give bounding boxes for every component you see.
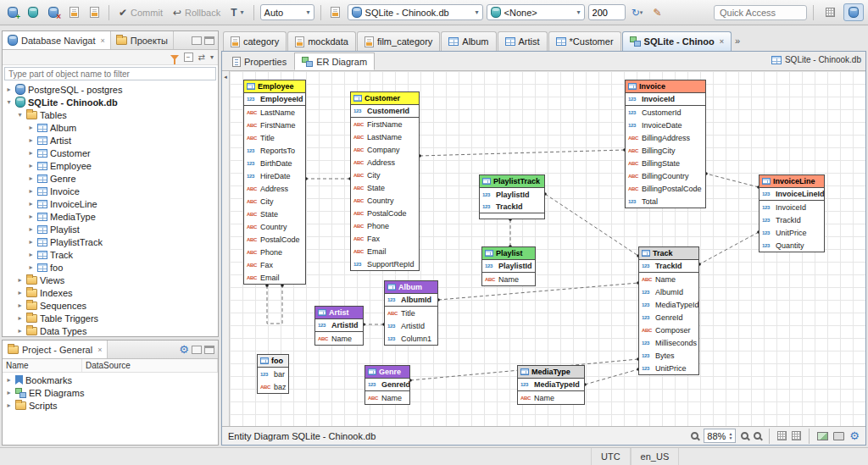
tree-expander[interactable]: ▸ <box>27 187 35 195</box>
entity-artist[interactable]: Artist123ArtistIdABCName <box>314 306 364 346</box>
entity-column-genreid[interactable]: 123GenreId <box>365 379 409 391</box>
project-item-bookmarks[interactable]: ▸Bookmarks <box>3 374 218 386</box>
entity-column-quantity[interactable]: 123Quantity <box>760 239 824 252</box>
entity-column-fax[interactable]: ABCFax <box>244 258 305 271</box>
editor-tab-artist[interactable]: Artist <box>498 31 548 51</box>
entity-column-baz[interactable]: ABCbaz <box>258 380 288 393</box>
zoom-in-icon[interactable] <box>741 432 748 440</box>
tree-item-sqlite-chinook-db[interactable]: ▾SQLite - Chinook.db <box>3 96 218 108</box>
relation-invoice-customer[interactable] <box>420 150 625 156</box>
entity-mediatype[interactable]: MediaType123MediaTypeIdABCName <box>517 365 585 405</box>
tab-close-icon[interactable]: × <box>720 37 724 46</box>
entity-column-billingcountry[interactable]: ABCBillingCountry <box>626 169 705 182</box>
print-icon[interactable] <box>833 432 844 440</box>
open-perspective-icon[interactable] <box>820 3 840 21</box>
tree-item-playlisttrack[interactable]: ▸PlaylistTrack <box>3 235 218 248</box>
tree-item-mediatype[interactable]: ▸MediaType <box>3 210 218 223</box>
entity-column-milliseconds[interactable]: 123Milliseconds <box>639 336 698 349</box>
entity-column-billingstate[interactable]: ABCBillingState <box>626 157 705 169</box>
tree-expander[interactable]: ▸ <box>27 124 35 131</box>
auto-refresh-icon[interactable]: ↻▾ <box>629 4 646 21</box>
entity-column-unitprice[interactable]: 123UnitPrice <box>639 362 698 374</box>
tree-expander[interactable]: ▸ <box>27 251 35 258</box>
entity-column-name[interactable]: ABCName <box>315 332 363 345</box>
minimize-icon[interactable] <box>192 36 202 45</box>
entity-column-email[interactable]: ABCEmail <box>351 245 419 257</box>
entity-column-country[interactable]: ABCCountry <box>244 220 305 233</box>
tree-item-postgresql-postgres[interactable]: ▸PostgreSQL - postgres <box>3 83 218 96</box>
entity-column-bar[interactable]: 123bar <box>258 368 288 380</box>
entity-column-artistid[interactable]: 123ArtistId <box>315 319 363 332</box>
tree-item-indexes[interactable]: ▸Indexes <box>3 286 218 299</box>
collapse-all-icon[interactable]: − <box>184 53 193 62</box>
tree-expander[interactable]: ▸ <box>5 376 13 384</box>
entity-column-invoiceid[interactable]: 123InvoiceId <box>626 93 705 106</box>
tree-item-views[interactable]: ▸Views <box>3 274 218 286</box>
entity-column-trackid[interactable]: 123TrackId <box>639 260 698 273</box>
timezone-indicator[interactable]: UTC <box>591 448 631 465</box>
entity-column-mediatypeid[interactable]: 123MediaTypeId <box>639 298 698 311</box>
entity-column-firstname[interactable]: ABCFirstName <box>351 118 419 130</box>
locale-indicator[interactable]: en_US <box>631 448 680 465</box>
tree-item-artist[interactable]: ▸Artist <box>3 134 218 147</box>
entity-column-employeeid[interactable]: 123EmployeeId <box>244 93 305 106</box>
editor-tab-category[interactable]: category <box>223 31 287 51</box>
entity-column-invoicedate[interactable]: 123InvoiceDate <box>626 119 705 131</box>
entity-column-mediatypeid[interactable]: 123MediaTypeId <box>518 379 584 391</box>
relation-employee-self[interactable] <box>267 285 282 324</box>
editor-tab-sqlite-chinoo[interactable]: SQLite - Chinoo× <box>622 31 732 51</box>
tree-item-invoiceline[interactable]: ▸InvoiceLine <box>3 197 218 210</box>
tree-expander[interactable]: ▸ <box>16 276 24 284</box>
entity-foo[interactable]: foo123barABCbaz <box>257 354 289 394</box>
entity-column-genreid[interactable]: 123GenreId <box>639 311 698 324</box>
tree-item-sequences[interactable]: ▸Sequences <box>3 299 218 312</box>
transaction-mode-button[interactable]: T ▾ <box>227 5 247 20</box>
entity-column-email[interactable]: ABCEmail <box>244 271 305 284</box>
maximize-icon[interactable] <box>204 346 214 354</box>
entity-column-artistid[interactable]: 123ArtistId <box>385 319 437 332</box>
entity-column-playlistid[interactable]: 123PlaylistId <box>480 188 544 201</box>
entity-column-lastname[interactable]: ABCLastName <box>351 130 419 143</box>
entity-column-supportrepid[interactable]: 123SupportRepId <box>351 257 419 270</box>
view-menu-icon[interactable]: ▾ <box>210 53 214 61</box>
entity-column-name[interactable]: ABCName <box>365 391 409 404</box>
maximize-icon[interactable] <box>204 36 214 45</box>
entity-column-name[interactable]: ABCName <box>639 273 698 285</box>
tree-expander[interactable]: ▸ <box>5 401 13 409</box>
tab-database-navigator[interactable]: Database Navigat × <box>3 31 111 49</box>
entity-column-state[interactable]: ABCState <box>244 208 305 220</box>
connection-select[interactable]: SQLite - Chinook.db ▾ <box>348 4 483 20</box>
entity-track[interactable]: Track123TrackIdABCName123AlbumId123Media… <box>638 246 699 375</box>
commit-mode-select[interactable]: Auto ▾ <box>260 4 314 20</box>
entity-title[interactable]: InvoiceLine <box>760 175 824 188</box>
tree-expander[interactable]: ▸ <box>5 389 13 396</box>
tree-expander[interactable]: ▾ <box>16 111 24 119</box>
commit-button[interactable]: ✔ Commit <box>115 5 166 20</box>
entity-column-invoicelineid[interactable]: 123InvoiceLineId <box>760 188 824 201</box>
tree-item-genre[interactable]: ▸Genre <box>3 172 218 185</box>
entity-column-state[interactable]: ABCState <box>351 181 419 194</box>
entity-column-customerid[interactable]: 123CustomerId <box>626 106 705 119</box>
entity-column-reportsto[interactable]: 123ReportsTo <box>244 144 305 157</box>
tab-close-icon[interactable]: × <box>97 346 102 354</box>
tree-expander[interactable]: ▸ <box>27 162 35 169</box>
schema-select[interactable]: <None> ▾ <box>487 4 585 20</box>
entity-playlisttrack[interactable]: PlaylistTrack123PlaylistId123TrackId <box>479 174 545 219</box>
fetch-size-input[interactable] <box>588 4 626 20</box>
tree-item-track[interactable]: ▸Track <box>3 248 218 261</box>
entity-column-phone[interactable]: ABCPhone <box>351 219 419 232</box>
settings-icon[interactable]: ⚙ <box>179 344 189 355</box>
entity-title[interactable]: Artist <box>315 307 363 319</box>
minimize-icon[interactable] <box>192 346 202 354</box>
entity-column-billingpostalcode[interactable]: ABCBillingPostalCode <box>626 182 705 195</box>
palette-collapse-strip[interactable]: ◂ <box>222 71 230 426</box>
spinner-arrows-icon[interactable]: ▲▼ <box>728 432 732 440</box>
edit-icon[interactable]: ✎ <box>649 4 666 21</box>
tree-item-album[interactable]: ▸Album <box>3 121 218 134</box>
entity-column-birthdate[interactable]: 123BirthDate <box>244 157 305 169</box>
entity-title[interactable]: PlaylistTrack <box>480 175 544 188</box>
entity-invoice[interactable]: Invoice123InvoiceId123CustomerId123Invoi… <box>625 80 706 208</box>
relation-track-album[interactable] <box>438 283 638 300</box>
tree-expander[interactable]: ▸ <box>16 314 24 322</box>
editor-tab-mockdata[interactable]: mockdata <box>287 31 356 51</box>
